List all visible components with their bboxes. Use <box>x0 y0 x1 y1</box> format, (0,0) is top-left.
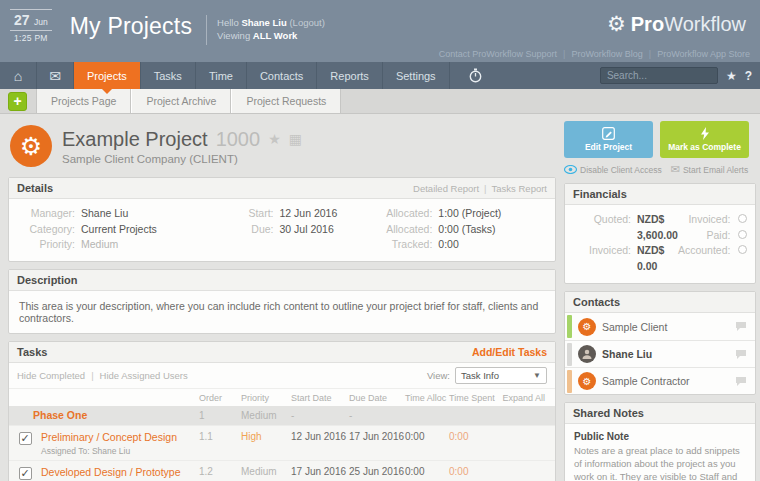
financials-panel: Financials Quoted:NZD$ 3,600.00 Invoiced… <box>564 183 756 284</box>
nav-item-contacts[interactable]: Contacts <box>247 62 317 89</box>
task-spent[interactable]: 0:00 <box>449 466 497 477</box>
blog-link[interactable]: ProWorkflow Blog <box>571 49 642 59</box>
avatar: ⚙ <box>578 372 596 390</box>
paid-check-label: Paid: <box>706 228 730 244</box>
phase-name[interactable]: Phase One <box>9 409 199 421</box>
contact-status-bar <box>567 315 572 338</box>
timer-icon[interactable] <box>458 62 494 89</box>
chevron-down-icon: ▼ <box>533 371 541 380</box>
task-name[interactable]: Developed Design / Prototype <box>41 466 199 478</box>
list-item[interactable]: ⚙ Sample Client <box>565 313 755 340</box>
task-due: 17 Jun 2016 <box>349 431 405 442</box>
favorites-star-icon[interactable]: ★ <box>726 69 737 83</box>
chat-bubble-icon[interactable] <box>735 349 747 360</box>
logout-link[interactable]: (Logout) <box>289 17 324 28</box>
task-order: 1.1 <box>199 431 241 442</box>
search-input[interactable] <box>600 67 718 84</box>
project-client: Sample Client Company (CLIENT) <box>62 153 302 165</box>
separator <box>91 370 93 381</box>
content-area: ⚙ Example Project 1000 ★ ▦ Sample Client… <box>0 114 760 481</box>
view-label: View: <box>427 370 450 381</box>
paid-radio[interactable] <box>738 230 747 239</box>
separator <box>649 49 651 59</box>
tab-project-archive[interactable]: Project Archive <box>131 89 231 113</box>
accounted-radio[interactable] <box>738 245 747 254</box>
star-icon[interactable]: ★ <box>268 131 281 147</box>
task-spent[interactable]: 0:00 <box>449 431 497 442</box>
nav-item-projects[interactable]: Projects <box>74 62 141 89</box>
detailed-report-link[interactable]: Detailed Report <box>413 183 479 194</box>
col-time-spent: Time Spent <box>449 393 497 403</box>
manager-value: Shane Liu <box>81 206 128 222</box>
description-text: This area is your description, where you… <box>9 291 555 333</box>
support-link[interactable]: Contact ProWorkflow Support <box>439 49 557 59</box>
tab-project-requests[interactable]: Project Requests <box>231 89 341 113</box>
avatar <box>578 345 596 363</box>
phase-row[interactable]: Phase One 1 Medium - - <box>9 406 555 425</box>
details-title: Details <box>17 182 53 194</box>
mail-icon[interactable]: ✉ <box>37 62 74 89</box>
phase-priority: Medium <box>241 410 291 421</box>
home-icon[interactable]: ⌂ <box>0 62 37 89</box>
task-view-select[interactable]: Task Info ▼ <box>455 367 547 384</box>
due-label: Due: <box>212 222 274 238</box>
allocated-project-value: 1:00 (Project) <box>438 206 501 222</box>
expand-all-link[interactable]: Expand All <box>497 393 555 403</box>
brand-light: Workflow <box>664 13 746 36</box>
task-view-value: Task Info <box>461 370 499 381</box>
start-email-alerts-toggle[interactable]: ✉ Start Email Alerts <box>671 163 748 176</box>
task-priority: Medium <box>241 466 291 477</box>
edit-project-label: Edit Project <box>585 142 632 152</box>
list-item[interactable]: Shane Liu <box>565 340 755 367</box>
tab-projects-page[interactable]: Projects Page <box>36 89 131 113</box>
phase-due: - <box>349 410 405 421</box>
date-time: 1:25 PM <box>10 31 52 43</box>
tasks-title: Tasks <box>17 346 47 358</box>
calendar-icon[interactable]: ▦ <box>289 131 302 147</box>
nav-item-tasks[interactable]: Tasks <box>141 62 196 89</box>
project-avatar: ⚙ <box>10 125 52 167</box>
add-project-button[interactable]: + <box>8 92 27 111</box>
edit-project-button[interactable]: Edit Project <box>564 121 653 158</box>
invoiced-check-label: Invoiced: <box>688 212 730 228</box>
lightning-icon <box>700 127 710 140</box>
mark-complete-button[interactable]: Mark as Complete <box>660 121 749 158</box>
main-column: ⚙ Example Project 1000 ★ ▦ Sample Client… <box>8 119 556 481</box>
add-edit-tasks-link[interactable]: Add/Edit Tasks <box>472 346 547 358</box>
priority-value: Medium <box>81 237 118 253</box>
hide-completed-link[interactable]: Hide Completed <box>17 370 85 381</box>
eye-icon <box>564 165 577 174</box>
task-checkbox-checked[interactable]: ✓ <box>19 467 32 480</box>
tasks-report-link[interactable]: Tasks Report <box>492 183 547 194</box>
quoted-value: NZD$ 3,600.00 <box>637 212 678 243</box>
task-name[interactable]: Preliminary / Concept Design <box>41 431 199 443</box>
user-name: Shane Liu <box>241 17 286 28</box>
nav-item-settings[interactable]: Settings <box>383 62 450 89</box>
nav-item-time[interactable]: Time <box>196 62 247 89</box>
mark-complete-label: Mark as Complete <box>668 142 741 152</box>
task-alloc: 0:00 <box>405 431 449 442</box>
project-title: Example Project <box>62 128 208 151</box>
task-alloc: 0:00 <box>405 466 449 477</box>
nav-item-reports[interactable]: Reports <box>317 62 383 89</box>
allocated-tasks-value: 0:00 (Tasks) <box>438 222 495 238</box>
start-value: 12 Jun 2016 <box>280 206 338 222</box>
start-label: Start: <box>212 206 274 222</box>
contact-status-bar <box>567 370 572 393</box>
chat-bubble-icon[interactable] <box>735 376 747 387</box>
category-label: Category: <box>13 222 75 238</box>
task-checkbox-checked[interactable]: ✓ <box>19 432 32 445</box>
hide-assigned-link[interactable]: Hide Assigned Users <box>100 370 188 381</box>
chat-bubble-icon[interactable] <box>735 321 747 332</box>
hello-label: Hello <box>217 17 239 28</box>
appstore-link[interactable]: ProWorkflow App Store <box>657 49 750 59</box>
contact-name: Sample Contractor <box>602 375 690 387</box>
help-icon[interactable]: ? <box>745 69 752 83</box>
invoiced-radio[interactable] <box>738 214 747 223</box>
logo-gear-icon: ⚙ <box>607 12 626 36</box>
disable-client-access-toggle[interactable]: Disable Client Access <box>564 165 662 175</box>
accounted-check-label: Accounted: <box>678 243 731 259</box>
sub-navbar: + Projects Page Project Archive Project … <box>0 89 760 114</box>
list-item[interactable]: ⚙ Sample Contractor <box>565 367 755 394</box>
project-number: 1000 <box>216 128 261 151</box>
